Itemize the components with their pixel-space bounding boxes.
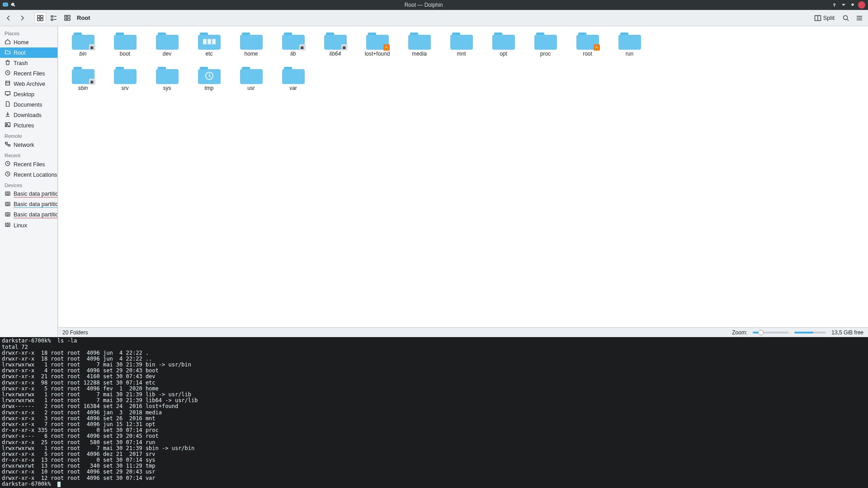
- help-button[interactable]: ?: [831, 1, 838, 9]
- sidebar-item-webarch[interactable]: Web Archive: [0, 79, 57, 89]
- folder-label: sys: [163, 85, 171, 91]
- linux-icon: [5, 221, 11, 229]
- folder-var[interactable]: var: [272, 66, 314, 92]
- sidebar-item-bdp3[interactable]: Basic data partition: [0, 210, 57, 220]
- folder-run[interactable]: run: [609, 32, 651, 58]
- maximize-button[interactable]: [849, 1, 856, 9]
- folder-label: lib64: [330, 51, 341, 57]
- sidebar-item-bdp2[interactable]: Basic data partition: [0, 199, 57, 210]
- symlink-badge-icon: ▣: [299, 44, 306, 51]
- sidebar-item-r-loc[interactable]: Recent Locations: [0, 169, 57, 180]
- folder-boot[interactable]: boot: [104, 32, 146, 58]
- svg-rect-7: [51, 19, 53, 20]
- folder-sys[interactable]: sys: [146, 66, 188, 92]
- svg-rect-9: [67, 15, 70, 17]
- pin-icon[interactable]: [11, 2, 16, 9]
- sidebar-item-label: Linux: [14, 222, 27, 229]
- folder-count: 20 Folders: [62, 329, 88, 336]
- sidebar-item-recent-f[interactable]: Recent Files: [0, 68, 57, 79]
- root-icon: [5, 49, 11, 56]
- documents-overlay-icon: [203, 39, 216, 44]
- folder-tmp[interactable]: tmp: [188, 66, 230, 92]
- symlink-badge-icon: ▣: [89, 44, 95, 51]
- folder-label: home: [244, 51, 258, 57]
- zoom-slider[interactable]: [753, 332, 789, 333]
- sidebar-item-dl[interactable]: Downloads: [0, 110, 57, 120]
- folder-label: root: [583, 51, 592, 57]
- folder-bin[interactable]: ▣bin: [62, 32, 104, 58]
- sidebar-item-home[interactable]: Home: [0, 37, 57, 47]
- desktop-icon: [5, 90, 11, 98]
- split-button[interactable]: Split: [811, 12, 838, 24]
- trash-icon: [5, 59, 11, 67]
- folder-label: opt: [500, 51, 507, 57]
- breadcrumb[interactable]: Root: [77, 14, 90, 21]
- disk-usage-bar: [794, 332, 826, 333]
- sidebar-item-pics[interactable]: Pictures: [0, 120, 57, 131]
- svg-point-13: [844, 15, 848, 19]
- folder-icon: [408, 33, 431, 50]
- folder-icon: [198, 33, 221, 50]
- r-loc-icon: [5, 171, 11, 178]
- sidebar-item-trash[interactable]: Trash: [0, 58, 57, 68]
- details-view-button[interactable]: [61, 12, 73, 24]
- forward-button[interactable]: [16, 12, 28, 24]
- terminal-panel[interactable]: darkstar-6700k% ls -la total 72 drwxr-xr…: [0, 337, 868, 488]
- sidebar-section-devices: Devices: [0, 180, 57, 189]
- sidebar-item-docs[interactable]: Documents: [0, 99, 57, 110]
- folder-mnt[interactable]: mnt: [440, 32, 482, 58]
- folder-label: run: [626, 51, 633, 57]
- icons-view-button[interactable]: [34, 12, 46, 24]
- close-button[interactable]: [858, 1, 865, 9]
- network-icon: [5, 141, 11, 149]
- sidebar-item-label: Home: [14, 39, 28, 46]
- sidebar-item-network[interactable]: Network: [0, 140, 57, 150]
- folder-icon: [156, 33, 179, 50]
- minimize-button[interactable]: [840, 1, 847, 9]
- folder-lib[interactable]: ▣lib: [272, 32, 314, 58]
- svg-point-24: [7, 192, 9, 194]
- svg-rect-15: [6, 81, 10, 85]
- sidebar-item-linux[interactable]: Linux: [0, 220, 57, 230]
- sidebar-item-bdp1[interactable]: Basic data partition: [0, 189, 57, 199]
- folder-label: srv: [122, 85, 129, 91]
- status-bar: 20 Folders Zoom: 13,5 GiB free: [58, 327, 868, 337]
- folder-root[interactable]: 🔒root: [566, 32, 609, 58]
- window-titlebar: Root — Dolphin ?: [0, 0, 868, 10]
- folder-media[interactable]: media: [398, 32, 440, 58]
- folder-label: dev: [163, 51, 171, 57]
- sidebar-item-root[interactable]: Root: [0, 47, 57, 58]
- folder-usr[interactable]: usr: [230, 66, 272, 92]
- folder-etc[interactable]: etc: [188, 32, 230, 58]
- file-view[interactable]: ▣binbootdevetchome▣lib▣lib64🔒lost+foundm…: [58, 26, 868, 327]
- folder-label: usr: [247, 85, 255, 91]
- webarch-icon: [5, 80, 11, 88]
- sidebar-item-desktop[interactable]: Desktop: [0, 89, 57, 99]
- svg-point-26: [7, 203, 9, 205]
- folder-lib64[interactable]: ▣lib64: [314, 32, 356, 58]
- folder-icon: ▣: [324, 33, 347, 50]
- folder-dev[interactable]: dev: [146, 32, 188, 58]
- menu-button[interactable]: [854, 12, 865, 24]
- folder-sbin[interactable]: ▣sbin: [62, 66, 104, 92]
- bdp3-icon: [5, 211, 11, 219]
- svg-rect-10: [65, 19, 66, 20]
- r-files-icon: [5, 160, 11, 168]
- folder-opt[interactable]: opt: [482, 32, 524, 58]
- sidebar-item-label: Network: [14, 142, 34, 148]
- free-space: 13,5 GiB free: [831, 329, 863, 336]
- compact-view-button[interactable]: [48, 12, 60, 24]
- folder-srv[interactable]: srv: [104, 66, 146, 92]
- search-button[interactable]: [840, 12, 852, 24]
- folder-lost-found[interactable]: 🔒lost+found: [356, 32, 398, 58]
- folder-label: media: [412, 51, 427, 57]
- back-button[interactable]: [3, 12, 14, 24]
- folder-proc[interactable]: proc: [524, 32, 566, 58]
- recent-f-icon: [5, 70, 11, 77]
- sidebar-item-r-files[interactable]: Recent Files: [0, 159, 57, 169]
- sidebar-item-label: Trash: [14, 60, 28, 66]
- folder-icon: [240, 67, 263, 84]
- sidebar-section-recent: Recent: [0, 150, 57, 159]
- folder-icon: [114, 33, 137, 50]
- folder-home[interactable]: home: [230, 32, 272, 58]
